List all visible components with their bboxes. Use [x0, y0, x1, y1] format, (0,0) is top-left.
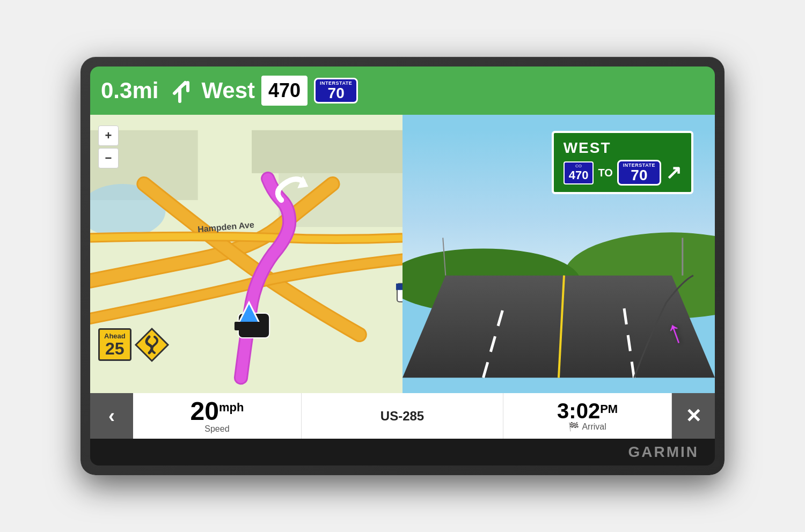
map-panel[interactable]: 285 470 CO Hampden Ave: [90, 115, 402, 393]
interstate-70-sign-badge: 70: [617, 160, 661, 186]
zoom-out-button[interactable]: −: [98, 148, 119, 168]
sign-west-text: WEST: [564, 139, 682, 157]
device-screen: 0.3mi West 470 70: [90, 66, 715, 466]
back-button[interactable]: ‹: [90, 393, 133, 439]
speed-display: 20mph Speed: [133, 393, 302, 439]
nav-direction-container: West 470 70: [201, 76, 358, 106]
current-road: US-285: [302, 393, 503, 439]
speed-value-container: 20mph: [190, 398, 244, 424]
speed-label: Speed: [204, 424, 229, 434]
ahead-value: 25: [104, 340, 126, 357]
sign-badges: CO 470 TO 70 ↗: [564, 160, 682, 186]
sign-direction-arrow: ↗: [665, 161, 682, 184]
highway-sign-overlay: WEST CO 470 TO 70 ↗: [552, 131, 693, 194]
nav-distance: 0.3mi: [101, 78, 158, 104]
svg-rect-9: [235, 322, 264, 330]
nav-header: 0.3mi West 470 70: [90, 66, 715, 115]
garmin-device: 0.3mi West 470 70: [80, 57, 724, 475]
screen-content: 0.3mi West 470 70: [90, 66, 715, 439]
speed-value: 20: [190, 397, 218, 425]
close-icon[interactable]: ✕: [685, 405, 701, 427]
ahead-speed-sign: Ahead 25: [98, 328, 131, 361]
svg-rect-2: [252, 130, 402, 173]
svg-marker-15: [136, 329, 168, 361]
svg-rect-11: [396, 284, 402, 290]
arrival-label: 🏁 Arrival: [568, 422, 606, 432]
arrival-time-container: 3:02PM: [557, 400, 618, 422]
brand-name: GARMIN: [628, 444, 699, 461]
zoom-in-button[interactable]: +: [98, 125, 119, 146]
garmin-branding: GARMIN: [90, 439, 715, 466]
close-button[interactable]: ✕: [672, 393, 715, 439]
arrival-period: PM: [600, 402, 618, 416]
turn-arrow-icon: [166, 77, 193, 104]
nav-direction-text: West: [201, 78, 255, 104]
arrival-display: 3:02PM 🏁 Arrival: [503, 393, 672, 439]
map-zoom-controls[interactable]: + −: [98, 125, 119, 168]
co-470-badge: CO 470: [564, 161, 594, 184]
real-view-panel: WEST CO 470 TO 70 ↗: [402, 115, 715, 393]
flag-icon: 🏁: [568, 422, 579, 432]
main-content: 285 470 CO Hampden Ave: [90, 115, 715, 393]
back-icon[interactable]: ‹: [108, 405, 115, 427]
winding-road-sign: [133, 326, 171, 364]
speed-unit: mph: [219, 401, 244, 414]
sign-to-text: TO: [598, 167, 612, 179]
arrival-time: 3:02: [557, 399, 600, 423]
status-bar: ‹ 20mph Speed US-285 3:02PM 🏁 Arrival: [90, 393, 715, 439]
interstate-70-badge: 70: [314, 78, 358, 104]
route-470-sign: 470: [261, 76, 308, 106]
